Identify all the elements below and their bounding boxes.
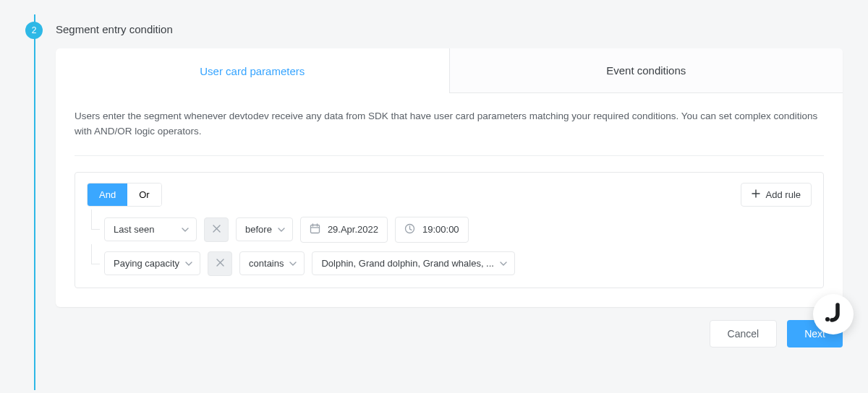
rule-row: Paying capacity co bbox=[87, 251, 812, 276]
cancel-label: Cancel bbox=[728, 328, 760, 340]
segment-panel: User card parameters Event conditions Us… bbox=[56, 48, 843, 307]
rule-field-value: Last seen bbox=[114, 224, 154, 235]
rule-date-value: 29.Apr.2022 bbox=[328, 224, 378, 235]
description-text: Users enter the segment whenever devtode… bbox=[75, 109, 824, 156]
chevron-down-icon bbox=[185, 262, 192, 266]
rule-field-select[interactable]: Last seen bbox=[104, 217, 197, 241]
logic-and-button[interactable]: And bbox=[88, 183, 127, 206]
brand-logo-icon bbox=[823, 303, 843, 325]
chevron-down-icon bbox=[278, 228, 285, 232]
remove-rule-button[interactable] bbox=[208, 251, 232, 276]
logic-toggle: And Or bbox=[87, 183, 162, 207]
rule-operator-select[interactable]: before bbox=[236, 217, 293, 241]
rule-values-text: Dolphin, Grand dolphin, Grand whales, ..… bbox=[321, 258, 493, 269]
add-rule-label: Add rule bbox=[766, 189, 801, 200]
step-number: 2 bbox=[32, 25, 37, 35]
close-icon bbox=[213, 224, 221, 235]
chevron-down-icon bbox=[182, 228, 189, 232]
section-title: Segment entry condition bbox=[56, 20, 843, 35]
cancel-button[interactable]: Cancel bbox=[710, 320, 778, 347]
step-number-badge: 2 bbox=[25, 22, 43, 39]
logic-and-label: And bbox=[99, 189, 116, 200]
tab-event-conditions[interactable]: Event conditions bbox=[449, 48, 843, 93]
tab-label: Event conditions bbox=[606, 64, 686, 77]
plus-icon bbox=[752, 189, 760, 200]
tab-label: User card parameters bbox=[200, 65, 305, 77]
rule-operator-value: contains bbox=[249, 258, 284, 269]
footer-actions: Cancel Next bbox=[56, 320, 843, 347]
svg-rect-0 bbox=[310, 225, 319, 233]
rule-field-select[interactable]: Paying capacity bbox=[104, 251, 200, 275]
chevron-down-icon bbox=[500, 262, 507, 266]
clock-icon bbox=[404, 223, 415, 236]
tab-user-card-parameters[interactable]: User card parameters bbox=[56, 48, 449, 93]
rules-container: And Or Add rule bbox=[75, 172, 824, 288]
close-icon bbox=[216, 258, 224, 269]
brand-badge bbox=[813, 294, 854, 334]
rule-values-select[interactable]: Dolphin, Grand dolphin, Grand whales, ..… bbox=[312, 251, 514, 275]
calendar-icon bbox=[310, 223, 320, 236]
rule-date-picker[interactable]: 29.Apr.2022 bbox=[300, 217, 388, 243]
rule-operator-select[interactable]: contains bbox=[239, 251, 305, 275]
svg-point-2 bbox=[825, 317, 830, 321]
rule-time-picker[interactable]: 19:00:00 bbox=[395, 217, 469, 243]
rule-field-value: Paying capacity bbox=[114, 258, 179, 269]
logic-or-button[interactable]: Or bbox=[127, 183, 161, 206]
remove-rule-button[interactable] bbox=[204, 217, 229, 242]
logic-or-label: Or bbox=[139, 189, 149, 200]
rule-time-value: 19:00:00 bbox=[422, 224, 459, 235]
chevron-down-icon bbox=[289, 262, 297, 266]
rule-row: Last seen before bbox=[87, 217, 812, 243]
add-rule-button[interactable]: Add rule bbox=[741, 183, 812, 207]
tabs: User card parameters Event conditions bbox=[56, 48, 843, 93]
rule-operator-value: before bbox=[245, 224, 272, 235]
step-connector-line bbox=[34, 14, 35, 390]
